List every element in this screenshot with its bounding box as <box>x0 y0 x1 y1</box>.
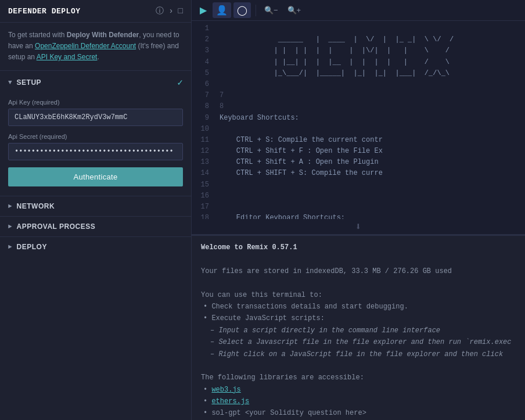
sidebar-header: DEFENDER DEPLOY ⓘ › □ <box>0 0 191 23</box>
sidebar: DEFENDER DEPLOY ⓘ › □ To get started wit… <box>0 0 192 420</box>
toolbar: ▶ 👤 ◯ 🔍− 🔍+ <box>192 0 525 21</box>
approval-section-title: APPROVAL PROCESS <box>17 222 96 231</box>
deploy-section: ► DEPLOY <box>0 236 191 257</box>
api-secret-input[interactable] <box>8 143 183 160</box>
toolbar-separator <box>256 5 256 16</box>
terminal-usage-2: • Execute JavaScript scripts: <box>201 313 516 324</box>
deploy-section-header[interactable]: ► DEPLOY <box>0 237 191 257</box>
editor-area: 12345678910111213141516171819 ______ | _… <box>192 21 525 420</box>
terminal[interactable]: Welcome to Remix 0.57.1 Your files are s… <box>192 234 525 420</box>
approval-section-header[interactable]: ► APPROVAL PROCESS <box>0 217 191 236</box>
person-icon-button[interactable]: 👤 <box>213 2 231 18</box>
code-content: ______ | ____ | \/ | |_ _| \ \/ / | | | … <box>215 21 525 219</box>
terminal-sub-3: – Right click on a JavaScript file in th… <box>201 349 516 360</box>
network-section: ► NETWORK <box>0 196 191 216</box>
network-section-title: NETWORK <box>17 202 55 210</box>
terminal-sub-1: – Input a script directly in the command… <box>201 325 516 336</box>
sidebar-title: DEFENDER DEPLOY <box>8 7 81 16</box>
zoom-in-button[interactable]: 🔍+ <box>284 3 305 17</box>
terminal-sub-2: – Select a Javascript file in the file e… <box>201 336 516 348</box>
approval-chevron-icon: ► <box>8 223 12 230</box>
zoom-out-button[interactable]: 🔍− <box>261 3 282 17</box>
main-panel: ▶ 👤 ◯ 🔍− 🔍+ 1234567891011121314151617181… <box>192 0 525 420</box>
setup-section: ▼ SETUP ✓ Api Key (required) Api Secret … <box>0 70 191 196</box>
authenticate-button[interactable]: Authenticate <box>8 167 183 186</box>
play-button[interactable]: ▶ <box>196 2 210 18</box>
deploy-section-title: DEPLOY <box>17 243 47 251</box>
api-key-link[interactable]: API Key and Secret <box>37 53 98 61</box>
terminal-welcome: Welcome to Remix 0.57.1 <box>201 242 516 253</box>
code-editor[interactable]: 12345678910111213141516171819 ______ | _… <box>192 21 525 219</box>
api-secret-label: Api Secret (required) <box>8 133 183 140</box>
terminal-usage-title: You can use this terminal to: <box>201 289 516 301</box>
terminal-storage: Your files are stored in indexedDB, 33.3… <box>201 265 516 277</box>
approval-section: ► APPROVAL PROCESS <box>0 216 191 236</box>
network-chevron-icon: ► <box>8 203 12 210</box>
api-key-input[interactable] <box>8 109 183 126</box>
defender-account-link[interactable]: OpenZeppelin Defender Account <box>35 42 136 50</box>
toggle-button[interactable]: ◯ <box>233 2 251 18</box>
info-icon[interactable]: ⓘ <box>156 6 164 16</box>
deploy-chevron-icon: ► <box>8 243 12 250</box>
line-numbers: 12345678910111213141516171819 <box>192 21 215 219</box>
setup-check-icon: ✓ <box>177 77 183 88</box>
chevron-right-icon[interactable]: › <box>168 6 173 16</box>
network-section-header[interactable]: ► NETWORK <box>0 196 191 216</box>
layout-icon[interactable]: □ <box>178 6 183 16</box>
terminal-usage-1: • Check transactions details and start d… <box>201 301 516 313</box>
terminal-libraries-title: The following libraries are accessible: <box>201 372 516 383</box>
setup-section-content: Api Key (required) Api Secret (required)… <box>0 94 191 196</box>
api-key-label: Api Key (required) <box>8 99 183 106</box>
setup-section-title: SETUP <box>17 78 42 87</box>
setup-chevron-icon: ▼ <box>8 79 12 86</box>
sidebar-header-icons: ⓘ › □ <box>156 6 183 16</box>
terminal-lib-2: • ethers.js <box>201 396 516 407</box>
setup-section-header[interactable]: ▼ SETUP ✓ <box>0 71 191 94</box>
sidebar-description: To get started with Deploy With Defender… <box>0 23 191 70</box>
terminal-lib-3: • sol-gpt <your Solidity question here> <box>201 407 516 419</box>
scroll-indicator[interactable]: ⬇ <box>192 219 525 234</box>
terminal-lib-1: • web3.js <box>201 384 516 396</box>
